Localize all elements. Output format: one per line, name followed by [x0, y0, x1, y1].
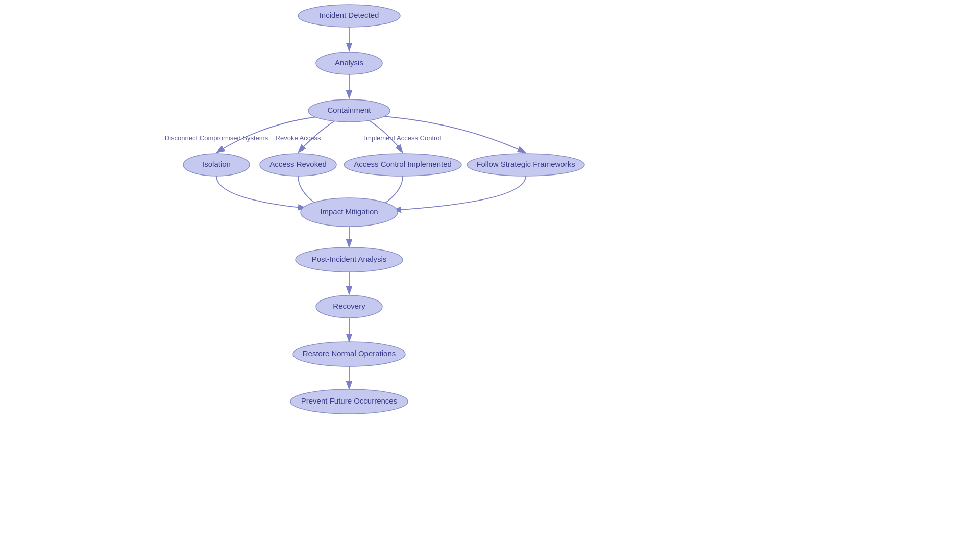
prevent-label: Prevent Future Occurrences	[301, 396, 397, 405]
disconnect-label: Disconnect Compromised Systems	[165, 134, 268, 142]
incident-detected-label: Incident Detected	[320, 11, 379, 19]
containment-label: Containment	[327, 106, 371, 114]
restore-label: Restore Normal Operations	[303, 349, 396, 358]
revoke-label: Revoke Access	[276, 134, 321, 142]
isolation-label: Isolation	[202, 160, 231, 168]
analysis-label: Analysis	[335, 58, 363, 67]
implement-label: Implement Access Control	[364, 134, 441, 142]
post-incident-label: Post-Incident Analysis	[312, 255, 387, 263]
recovery-label: Recovery	[333, 302, 365, 310]
access-revoked-label: Access Revoked	[270, 160, 327, 168]
impact-mitigation-label: Impact Mitigation	[320, 207, 378, 216]
access-control-label: Access Control Implemented	[354, 160, 452, 168]
strategic-frameworks-label: Follow Strategic Frameworks	[476, 160, 575, 168]
